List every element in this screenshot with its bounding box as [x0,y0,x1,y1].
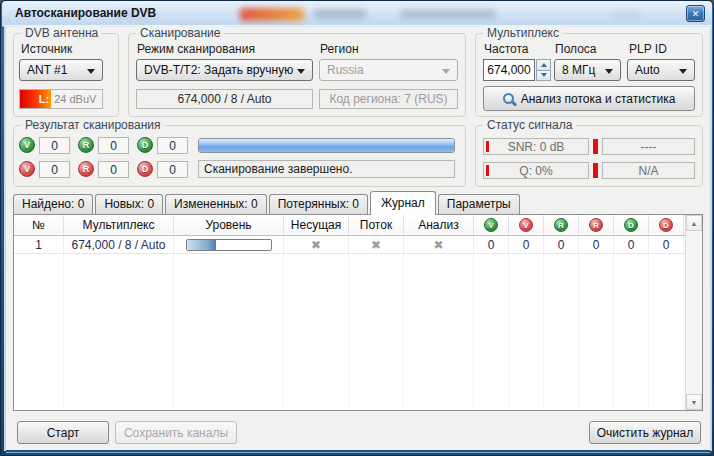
table-empty-row [14,272,685,290]
table-empty-row [14,326,685,344]
empty-cell [509,380,544,398]
empty-cell [614,362,649,380]
col-header-carrier: Несущая [284,215,349,235]
empty-cell [649,308,684,326]
chevron-down-icon [87,69,95,74]
snr-label: SNR: 0 dB [508,140,565,154]
data-found-icon: D [624,218,638,232]
triangle-down-icon [541,73,547,77]
empty-cell [174,272,284,290]
titlebar-ghost [610,11,640,18]
empty-cell [404,380,474,398]
titlebar[interactable]: Автосканирование DVB ✕ [2,1,712,27]
window-bottom-frame [6,449,710,456]
empty-cell [14,290,64,308]
radio-lost-icon: R [589,218,603,232]
table-row[interactable]: 1 674,000 / 8 / Auto ✖ ✖ ✖ 0 0 0 0 0 0 [14,236,685,254]
scan-mode-value: DVB-T/T2: Задать вручную [144,63,293,77]
titlebar-ghost [240,8,304,21]
scroll-down-button[interactable]: ▼ [686,394,702,410]
empty-cell [474,290,509,308]
empty-cell [174,380,284,398]
empty-cell [544,326,579,344]
empty-cell [64,380,174,398]
plp-id-label: PLP ID [629,42,667,56]
empty-cell [509,344,544,362]
clear-journal-button[interactable]: Очистить журнал [589,421,701,444]
scan-mode-label: Режим сканирования [137,42,255,56]
stepper-up-button[interactable] [536,59,551,71]
empty-cell [14,398,64,410]
bandwidth-dropdown[interactable]: 8 МГц [554,59,621,81]
titlebar-ghost [314,10,366,18]
antenna-source-value: ANT #1 [27,63,67,77]
empty-cell [544,398,579,410]
empty-cell [64,362,174,380]
empty-cell [349,398,404,410]
empty-cell [404,290,474,308]
empty-cell [404,362,474,380]
col-header-number: № [14,215,64,235]
tab-parameters[interactable]: Параметры [438,194,520,214]
empty-cell [174,344,284,362]
empty-cell [579,380,614,398]
col-header-data-found: D [614,215,649,235]
radio-found-icon: R [78,137,94,153]
scroll-up-button[interactable]: ▲ [686,215,702,231]
close-button[interactable]: ✕ [686,5,705,22]
mux-info-field: 674,000 / 8 / Auto [136,89,313,109]
snr-peak-mark [593,139,598,154]
empty-cell [649,344,684,362]
empty-cell [544,308,579,326]
empty-cell [14,308,64,326]
data-found-icon: D [137,137,153,153]
frequency-input[interactable]: 674,000 [483,59,535,81]
empty-cell [614,380,649,398]
col-header-analysis: Анализ [404,215,474,235]
tab-found[interactable]: Найдено: 0 [13,194,93,214]
row-level-cell [174,236,284,253]
cross-mark-icon: ✖ [311,238,321,252]
empty-cell [14,380,64,398]
tab-journal[interactable]: Журнал [370,191,436,215]
snr-extra-field: ---- [602,138,695,155]
titlebar-ghost [400,10,496,18]
empty-cell [404,398,474,410]
row-count: 0 [474,236,509,253]
tab-new[interactable]: Новых: 0 [95,194,163,214]
empty-cell [649,290,684,308]
level-value: 24 dBuV [51,90,96,108]
empty-cell [579,362,614,380]
close-icon: ✕ [692,9,700,19]
empty-cell [349,362,404,380]
scroll-down-icon: ▼ [691,399,698,406]
plp-id-dropdown[interactable]: Auto [627,59,695,81]
col-header-multiplex: Мультиплекс [64,215,174,235]
level-prefix: L: [39,93,49,105]
scan-mode-dropdown[interactable]: DVB-T/T2: Задать вручную [136,59,313,81]
quality-label: Q: 0% [519,164,552,178]
empty-cell [614,398,649,410]
empty-cell [579,326,614,344]
save-channels-button: Сохранить каналы [115,421,237,444]
analyze-stream-button[interactable]: Анализ потока и статистика [483,86,695,111]
empty-cell [14,326,64,344]
region-code-field: Код региона: 7 (RUS) [319,89,458,109]
empty-cell [14,254,64,272]
empty-cell [509,272,544,290]
tab-changed[interactable]: Измененных: 0 [165,194,267,214]
row-level-fill [187,240,216,250]
empty-cell [544,272,579,290]
data-found-count: 0 [157,137,188,154]
empty-cell [544,362,579,380]
empty-cell [284,380,349,398]
antenna-source-dropdown[interactable]: ANT #1 [19,59,103,81]
group-title: Сканирование [136,26,224,40]
start-button[interactable]: Старт [17,421,109,444]
vertical-scrollbar[interactable]: ▲ ▼ [685,215,702,410]
row-analysis-cell: ✖ [404,236,474,253]
empty-cell [544,380,579,398]
analyze-button-label: Анализ потока и статистика [521,92,676,106]
stepper-down-button[interactable] [536,71,551,82]
tab-lost[interactable]: Потерянных: 0 [269,194,368,214]
